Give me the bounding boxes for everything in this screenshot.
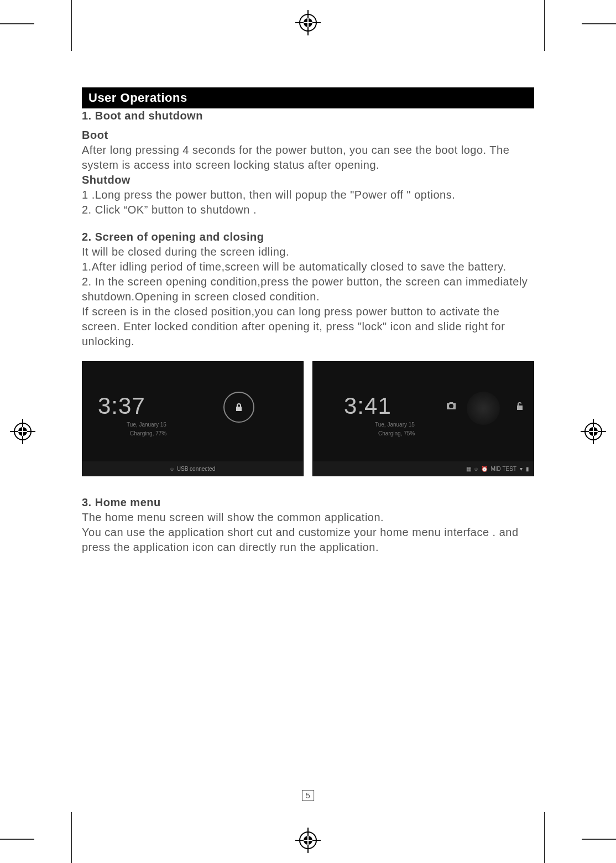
paragraph: After long pressing 4 seconds for the po… bbox=[82, 143, 534, 173]
crop-mark bbox=[0, 839, 34, 840]
clock-date: Tue, January 15 bbox=[127, 422, 166, 428]
status-text: USB connected bbox=[177, 466, 216, 472]
lockscreen-screenshot-2: 3:41 Tue, January 15 Charging, 75% ▦ ⍦ ⏰… bbox=[312, 361, 534, 476]
registration-mark-icon bbox=[581, 419, 606, 444]
paragraph: You can use the application short cut an… bbox=[82, 525, 534, 555]
heading-screen-open-close: 2. Screen of opening and closing bbox=[82, 230, 534, 245]
charging-status: Charging, 75% bbox=[378, 430, 415, 436]
wifi-icon: ▾ bbox=[520, 466, 523, 472]
crop-mark bbox=[544, 812, 545, 863]
unlock-ring-dots[interactable] bbox=[467, 392, 500, 425]
paragraph: 1 .Long press the power button, then wil… bbox=[82, 188, 534, 202]
clock-date: Tue, January 15 bbox=[375, 422, 415, 428]
page-number: 5 bbox=[302, 790, 314, 801]
crop-mark bbox=[71, 0, 72, 51]
status-bar: ⍦ USB connected bbox=[82, 461, 303, 476]
crop-mark bbox=[544, 0, 545, 51]
camera-icon[interactable] bbox=[446, 402, 457, 413]
crop-mark bbox=[582, 23, 616, 24]
status-text: MID TEST bbox=[491, 466, 516, 472]
heading-shutdown: Shutdow bbox=[82, 173, 534, 188]
heading-boot: Boot bbox=[82, 128, 534, 143]
lock-icon bbox=[225, 393, 253, 422]
registration-mark-icon bbox=[295, 10, 321, 35]
grid-icon: ▦ bbox=[466, 466, 471, 472]
crop-mark bbox=[0, 23, 34, 24]
heading-home-menu: 3. Home menu bbox=[82, 495, 534, 510]
page-content: User Operations 1. Boot and shutdown Boo… bbox=[82, 87, 534, 555]
registration-mark-icon bbox=[10, 419, 35, 444]
screenshot-row: 3:37 Tue, January 15 Charging, 77% ⍦ USB… bbox=[82, 361, 534, 476]
heading-boot-shutdown: 1. Boot and shutdown bbox=[82, 108, 534, 123]
paragraph: 2. In the screen opening condition,press… bbox=[82, 274, 534, 304]
status-bar: ▦ ⍦ ⏰ MID TEST ▾ ▮ bbox=[313, 461, 534, 476]
usb-icon: ⍦ bbox=[170, 466, 174, 472]
battery-icon: ▮ bbox=[526, 466, 529, 472]
charging-status: Charging, 77% bbox=[130, 430, 166, 436]
lock-ring[interactable] bbox=[223, 392, 254, 423]
crop-mark bbox=[582, 839, 616, 840]
section-title: User Operations bbox=[82, 87, 534, 108]
lockscreen-screenshot-1: 3:37 Tue, January 15 Charging, 77% ⍦ USB… bbox=[82, 361, 304, 476]
paragraph: It will be closed during the screen idli… bbox=[82, 245, 534, 259]
alarm-icon: ⏰ bbox=[481, 466, 488, 472]
paragraph: 1.After idling period of time,screen wil… bbox=[82, 259, 534, 274]
unlock-icon[interactable] bbox=[516, 402, 524, 413]
clock-time: 3:41 bbox=[344, 393, 391, 419]
usb-icon: ⍦ bbox=[474, 466, 478, 472]
registration-mark-icon bbox=[295, 828, 321, 853]
paragraph: If screen is in the closed position,you … bbox=[82, 304, 534, 349]
crop-mark bbox=[71, 812, 72, 863]
clock-time: 3:37 bbox=[98, 393, 145, 419]
paragraph: The home menu screen will show the commo… bbox=[82, 510, 534, 525]
paragraph: 2. Click “OK” button to shutdown . bbox=[82, 202, 534, 217]
